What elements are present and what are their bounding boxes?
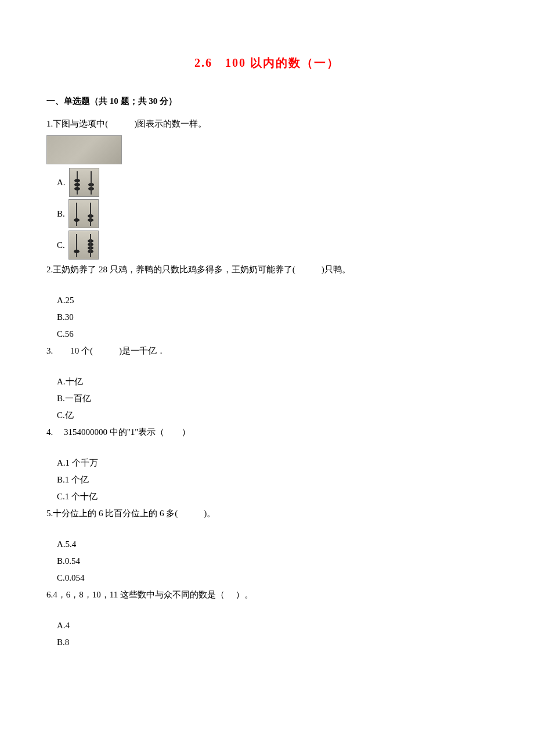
question-3-option-a: A.十亿 — [46, 374, 488, 390]
question-6-option-a: A.4 — [46, 618, 488, 633]
question-2-text: 2.王奶奶养了 28 只鸡，养鸭的只数比鸡多得多，王奶奶可能养了( )只鸭。 — [46, 262, 488, 278]
question-3-option-b: B.一百亿 — [46, 391, 488, 406]
question-2-option-c: C.56 — [46, 326, 488, 342]
option-b-label: B. — [57, 206, 65, 222]
section-1-header: 一、单选题（共 10 题；共 30 分） — [46, 93, 488, 109]
question-2-option-a: A.25 — [46, 293, 488, 308]
question-5-option-a: A.5.4 — [46, 537, 488, 552]
question-4-text: 4. 3154000000 中的"1"表示（ ） — [46, 424, 488, 440]
abacus-icon — [68, 199, 99, 228]
question-1-image — [46, 135, 488, 164]
document-title: 2.6 100 以内的数（一） — [46, 52, 488, 73]
question-3-text: 3. 10 个( )是一千亿． — [46, 343, 488, 359]
abacus-icon — [69, 168, 99, 197]
question-5-option-b: B.0.54 — [46, 553, 488, 569]
question-6-option-b: B.8 — [46, 635, 488, 650]
question-6-text: 6.4，6，8，10，11 这些数中与众不同的数是（ ）。 — [46, 587, 488, 603]
question-1-option-b: B. — [46, 199, 488, 228]
question-2-option-b: B.30 — [46, 309, 488, 325]
question-5-option-c: C.0.054 — [46, 570, 488, 586]
question-1-text: 1.下图与选项中( )图表示的数一样。 — [46, 116, 488, 132]
abacus-icon — [68, 231, 99, 260]
question-5-text: 5.十分位上的 6 比百分位上的 6 多( )。 — [46, 506, 488, 521]
question-1-option-c: C. — [46, 231, 488, 260]
question-4-option-b: B.1 个亿 — [46, 472, 488, 488]
option-c-label: C. — [57, 237, 65, 253]
option-a-label: A. — [57, 175, 66, 190]
question-4-option-a: A.1 个千万 — [46, 455, 488, 471]
question-3-option-c: C.亿 — [46, 408, 488, 423]
question-4-option-c: C.1 个十亿 — [46, 489, 488, 505]
question-1-option-a: A. — [46, 168, 488, 197]
